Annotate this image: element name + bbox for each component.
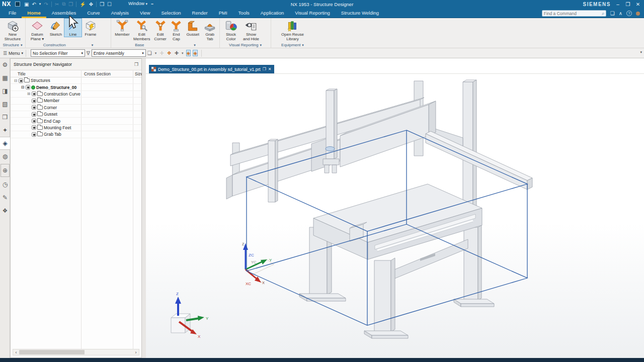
grab-tab-button[interactable]: Grab Tab (202, 19, 218, 41)
web-browser-icon[interactable]: ⊕ (1, 164, 10, 177)
group-footer-equipment[interactable]: Equipment▾ (273, 42, 312, 48)
visibility-eye-icon[interactable] (32, 119, 36, 123)
group-footer-visual-reporting[interactable]: Visual Reporting▾ (221, 42, 269, 48)
color-tools-icon[interactable]: ✎ (0, 191, 10, 204)
minimize-ribbon-icon[interactable]: ∧ (619, 11, 622, 16)
member-button[interactable]: Member (113, 19, 132, 37)
tree-row-end-cap[interactable]: End Cap (11, 118, 141, 124)
maximize-button[interactable]: ❐ (623, 2, 633, 7)
panel-splitter[interactable] (142, 58, 146, 358)
edit-corner-button[interactable]: Edit Corner (152, 19, 169, 41)
end-cap-button[interactable]: End Cap (169, 19, 184, 41)
show-and-hide-button[interactable]: Show and Hide (240, 19, 262, 41)
reuse-library-icon[interactable]: ❒ (0, 111, 10, 124)
document-tab[interactable]: Demo_Structure_00.prt in Assembly sd_tut… (149, 65, 274, 73)
group-footer-base[interactable]: Base▾ (113, 42, 218, 48)
search-icon[interactable]: ⌕ (602, 11, 606, 17)
scroll-right-icon[interactable]: › (133, 350, 139, 355)
datum-plane-button[interactable]: Datum Plane ▾ (27, 19, 47, 41)
tab-restore-icon[interactable]: ❐ (263, 67, 266, 71)
fullscreen-icon[interactable]: ❏ (610, 11, 615, 16)
tab-application[interactable]: Application (255, 9, 289, 18)
help-icon[interactable]: ? (626, 11, 632, 16)
tree-row-demo-structure[interactable]: ⊟ Demo_Structure_00 (11, 84, 141, 90)
visibility-eye-icon[interactable] (26, 85, 30, 89)
tab-file[interactable]: File (3, 9, 22, 18)
new-structure-icon (6, 19, 19, 32)
visibility-eye-icon[interactable] (19, 78, 23, 83)
tree-row-gusset[interactable]: Gusset (11, 111, 141, 118)
tab-selection[interactable]: Selection (155, 9, 186, 18)
tab-visual-reporting[interactable]: Visual Reporting (289, 9, 336, 18)
status-dot-icon (636, 12, 640, 16)
tab-close-icon[interactable]: ✕ (268, 67, 272, 71)
structure-designer-navigator-icon[interactable]: ◈ (0, 137, 10, 150)
tree-row-structures[interactable]: ⊟ Structures (11, 77, 141, 84)
assembly-navigator-icon[interactable]: ▦ (0, 71, 10, 84)
dependencies-icon[interactable]: ◍ (0, 150, 10, 163)
sketch-button[interactable]: Sketch (47, 19, 64, 37)
edit-members-button[interactable]: Edit Members (132, 19, 152, 41)
expand-icon[interactable]: ⊟ (21, 85, 25, 89)
scrollbar-thumb[interactable] (19, 350, 85, 354)
filter-icon[interactable]: ∇ (87, 50, 90, 56)
tree-row-member[interactable]: Member (11, 98, 141, 104)
part-navigator-icon[interactable]: ▧ (0, 98, 10, 111)
tab-analysis[interactable]: Analysis (106, 9, 134, 18)
visibility-eye-icon[interactable] (32, 92, 36, 96)
open-reuse-library-button[interactable]: Open Reuse Library (277, 19, 308, 41)
gusset-button[interactable]: Gusset (184, 19, 202, 37)
selection-filter-dropdown[interactable]: No Selection Filter ▾ (31, 49, 85, 57)
expand-icon[interactable]: ⊟ (14, 78, 18, 83)
visibility-eye-icon[interactable] (32, 112, 36, 117)
horizontal-scrollbar[interactable]: ‹ › (13, 349, 139, 355)
tree-row-mounting-feet[interactable]: Mounting Feet (11, 125, 141, 131)
tab-structure-welding[interactable]: Structure Welding (336, 9, 384, 18)
point-constructor-icon[interactable]: ✚ (175, 50, 179, 56)
column-title[interactable]: Title (18, 71, 26, 76)
constraint-navigator-icon[interactable]: ◨ (0, 84, 10, 98)
snap-point-icon[interactable]: ❖ (167, 50, 172, 56)
new-structure-button[interactable]: New Structure (2, 19, 24, 41)
wcs-xc-label: XC (246, 282, 251, 286)
selection-scope-dropdown[interactable]: Entire Assembly ▾ (92, 49, 146, 57)
tab-pmi[interactable]: PMI (213, 9, 233, 18)
hd3d-tools-icon[interactable]: ✦ (0, 124, 10, 137)
window-select-icon[interactable]: ❏ (147, 50, 152, 56)
tree-row-corner[interactable]: Corner (11, 105, 141, 111)
visibility-eye-icon[interactable] (32, 125, 36, 130)
group-footer-structure[interactable]: Structure▾ (2, 42, 24, 48)
graphics-viewport[interactable]: Z YC ZC Y XC X (146, 58, 644, 358)
roles-gear-icon[interactable]: ⚙ (0, 58, 10, 71)
tab-tools[interactable]: Tools (233, 9, 255, 18)
group-footer-construction[interactable]: Construction▾ (27, 42, 109, 48)
expand-icon[interactable]: ⊞ (27, 92, 31, 96)
model-3d-view[interactable]: Z YC ZC Y XC X (146, 58, 644, 358)
frame-button[interactable]: Frame (82, 19, 100, 37)
line-button[interactable]: Line (64, 19, 82, 37)
scroll-left-icon[interactable]: ‹ (13, 350, 19, 355)
panel-float-icon[interactable]: ❐ (134, 62, 138, 67)
find-command-input[interactable] (542, 11, 602, 16)
column-cross-section[interactable]: Cross Section (84, 71, 111, 76)
border-bar-options-caret-icon[interactable]: ▾ (640, 50, 642, 54)
close-button[interactable]: ✕ (633, 2, 643, 7)
visibility-eye-icon[interactable] (32, 132, 36, 137)
tab-render[interactable]: Render (187, 9, 213, 18)
snap-endpoint-icon[interactable]: ◈ (187, 50, 191, 56)
move-object-icon[interactable]: ✛ (159, 50, 164, 56)
find-command-box[interactable]: ⌕ (542, 10, 606, 17)
tree-row-grab-tab[interactable]: Grab Tab (11, 131, 141, 138)
menu-button[interactable]: ☰ Menu ▾ (0, 51, 23, 56)
system-tools-icon[interactable]: ❖ (0, 204, 10, 217)
tree-row-construction-curve[interactable]: ⊞ Construction Curve (11, 91, 141, 98)
tab-curve[interactable]: Curve (82, 9, 105, 18)
stock-color-button[interactable]: Stock Color (221, 19, 240, 41)
visibility-eye-icon[interactable] (32, 99, 36, 103)
tab-view[interactable]: View (134, 9, 155, 18)
visibility-eye-icon[interactable] (32, 105, 36, 110)
minimize-button[interactable]: – (613, 2, 623, 7)
snap-midpoint-icon[interactable]: ◈ (193, 50, 197, 56)
tab-home[interactable]: Home (22, 9, 46, 18)
history-icon[interactable]: ◷ (0, 178, 10, 191)
